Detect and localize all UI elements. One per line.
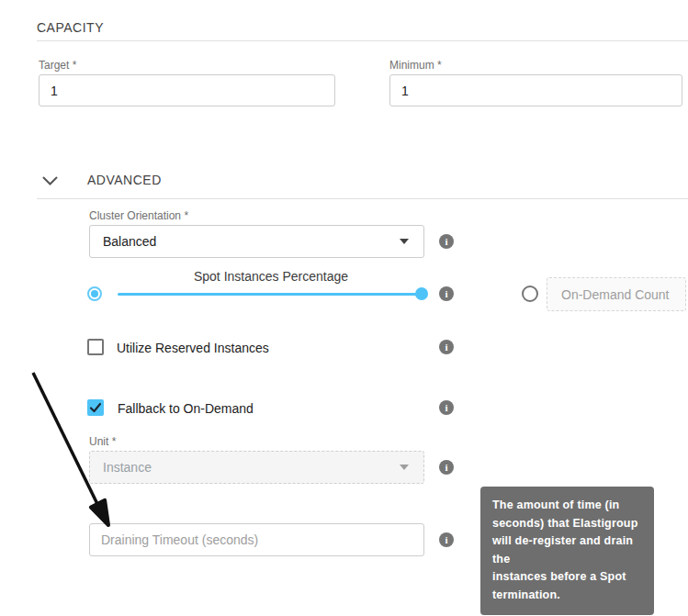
on-demand-count-radio[interactable]: [522, 286, 538, 302]
info-icon[interactable]: i: [439, 286, 454, 301]
checkmark-icon: [87, 399, 104, 416]
info-icon[interactable]: i: [439, 340, 454, 354]
tooltip-line: The amount of time (in: [492, 497, 642, 515]
tooltip-line: termination.: [492, 587, 642, 605]
capacity-settings-page: CAPACITY Target * Minimum * ADVANCED Clu…: [0, 0, 688, 616]
dropdown-caret-icon: [400, 465, 409, 470]
info-icon[interactable]: i: [439, 234, 454, 249]
utilize-reserved-label: Utilize Reserved Instances: [117, 341, 269, 355]
target-input[interactable]: [39, 74, 335, 106]
spot-percentage-radio[interactable]: [87, 286, 102, 301]
spot-percentage-label: Spot Instances Percentage: [118, 269, 424, 284]
fallback-on-demand-checkbox[interactable]: [87, 399, 104, 416]
on-demand-count-placeholder: On-Demand Count: [561, 287, 670, 302]
tooltip-line: seconds) that Elastigroup: [492, 515, 642, 533]
info-icon[interactable]: i: [439, 532, 454, 547]
minimum-input[interactable]: [389, 74, 682, 106]
capacity-divider: [37, 40, 688, 41]
spot-percentage-slider-thumb[interactable]: [415, 287, 428, 300]
info-icon[interactable]: i: [439, 400, 454, 415]
tooltip-line: instances before a Spot: [492, 568, 642, 587]
cluster-orientation-value: Balanced: [103, 234, 156, 249]
cluster-orientation-label: Cluster Orientation *: [89, 209, 188, 222]
draining-timeout-input[interactable]: [89, 523, 424, 556]
cluster-orientation-select[interactable]: Balanced: [89, 225, 424, 258]
info-icon[interactable]: i: [439, 460, 454, 475]
advanced-section-title: ADVANCED: [87, 173, 162, 187]
unit-label: Unit *: [89, 435, 116, 448]
chevron-down-icon[interactable]: [42, 174, 58, 190]
tooltip-line: will de-register and drain the: [492, 532, 642, 568]
draining-timeout-tooltip: The amount of time (in seconds) that Ela…: [480, 487, 654, 615]
minimum-label: Minimum *: [389, 59, 442, 72]
target-label: Target *: [39, 59, 76, 72]
radio-dot: [91, 290, 98, 297]
unit-value: Instance: [103, 460, 152, 475]
capacity-section-title: CAPACITY: [37, 20, 104, 35]
fallback-on-demand-label: Fallback to On-Demand: [118, 401, 254, 416]
advanced-divider: [37, 198, 688, 199]
spot-percentage-slider-track[interactable]: [118, 293, 421, 296]
utilize-reserved-checkbox[interactable]: [87, 339, 104, 355]
on-demand-count-input: On-Demand Count: [547, 277, 686, 311]
unit-select: Instance: [89, 451, 424, 484]
dropdown-caret-icon: [400, 239, 409, 244]
